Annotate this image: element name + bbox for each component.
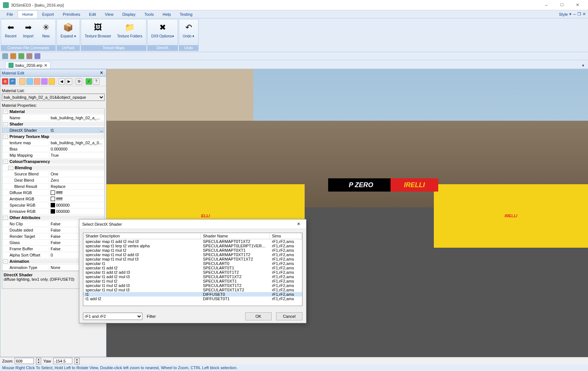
- property-value[interactable]: 000000: [49, 209, 104, 214]
- quick-tool-icon[interactable]: [2, 53, 8, 59]
- dx9-options-button[interactable]: ✖DX9 Options▾: [149, 21, 177, 44]
- shader-list-row[interactable]: specular map t1 mul t2SPECULARMAPT0XT1rF…: [83, 248, 302, 252]
- toolbar-apply-icon[interactable]: ✓: [86, 78, 92, 85]
- shader-list-row[interactable]: specular t1SPECULART0rF1,rF2,ams: [83, 261, 302, 266]
- quick-tool-icon[interactable]: [10, 53, 16, 59]
- shader-list-row[interactable]: specular map t1 lerp t2 vertex alphaSPEC…: [83, 244, 302, 248]
- ok-button[interactable]: OK: [245, 312, 272, 320]
- property-value[interactable]: One: [49, 172, 104, 176]
- collapse-toggle-icon[interactable]: −: [8, 166, 13, 170]
- column-header[interactable]: Sims: [270, 233, 302, 239]
- dialog-close-icon[interactable]: ✕: [294, 220, 303, 228]
- property-value[interactable]: ffffff: [49, 190, 104, 195]
- yaw-spinner[interactable]: ▲▼: [75, 358, 80, 364]
- toolbar-help-icon[interactable]: ?: [93, 78, 99, 85]
- panel-header[interactable]: Material Edit ✕: [0, 69, 106, 77]
- toolbar-next-icon[interactable]: ▶: [66, 78, 72, 85]
- tab-overflow-icon[interactable]: ▾: [578, 62, 588, 69]
- new-button[interactable]: ✳New: [37, 21, 54, 44]
- property-row[interactable]: Specular RGB000000: [2, 202, 104, 208]
- toolbar-icon[interactable]: [34, 78, 40, 85]
- inner-restore-icon[interactable]: ❐: [577, 12, 581, 17]
- property-value[interactable]: True: [49, 153, 104, 157]
- quick-tool-icon[interactable]: [35, 53, 40, 59]
- menu-item-edit[interactable]: Edit: [85, 10, 101, 18]
- style-dropdown-icon[interactable]: ▾: [569, 12, 571, 17]
- toolbar-delete-icon[interactable]: ⊘: [2, 78, 8, 85]
- recent-button[interactable]: ⬅Recent: [2, 21, 19, 44]
- property-row[interactable]: Namebak_building_high_02_a_...: [2, 115, 104, 121]
- toolbar-undo-icon[interactable]: ↶: [9, 78, 16, 85]
- property-row[interactable]: Source BlendOne: [2, 171, 104, 177]
- shader-list-row[interactable]: specular t1 add t2 add t3SPECULART0T1T2r…: [83, 270, 302, 274]
- collapse-toggle-icon[interactable]: −: [3, 259, 8, 263]
- shader-list-row[interactable]: specular t1 add t2SPECULART0T1rF1,rF2,am…: [83, 266, 302, 270]
- property-row[interactable]: −Blending: [2, 165, 104, 171]
- property-value[interactable]: Zero: [49, 178, 104, 182]
- column-header[interactable]: Shader Name: [201, 233, 270, 239]
- style-menu[interactable]: Style: [559, 12, 568, 17]
- quick-tool-icon[interactable]: [26, 53, 32, 59]
- shader-list-row[interactable]: specular t1 mul t2SPECULART0XT1rF1,rF2,a…: [83, 279, 302, 283]
- property-row[interactable]: −Primary Texture Map: [2, 134, 104, 140]
- property-row[interactable]: DirectX Shadert1...: [2, 127, 104, 134]
- shader-list[interactable]: Shader Description Shader Name Sims spec…: [83, 233, 302, 306]
- close-button[interactable]: ✕: [570, 1, 585, 10]
- yaw-input[interactable]: [53, 358, 72, 364]
- property-row[interactable]: Mip MappingTrue: [2, 152, 104, 159]
- undo-button[interactable]: ↶Undo ▾: [180, 21, 197, 44]
- collapse-toggle-icon[interactable]: −: [3, 160, 8, 164]
- property-value[interactable]: 0.000000: [49, 147, 104, 151]
- shader-list-row[interactable]: specular t1 mul t2 add t3SPECULART0XT1T2…: [83, 283, 302, 288]
- property-row[interactable]: −Shader: [2, 121, 104, 127]
- property-row[interactable]: texture mapbak_building_high_02_a_0...: [2, 140, 104, 146]
- property-row[interactable]: −Material: [2, 109, 104, 115]
- property-row[interactable]: Bias0.000000: [2, 146, 104, 152]
- menu-item-export[interactable]: Export: [38, 10, 58, 18]
- quick-tool-icon[interactable]: [18, 53, 24, 59]
- filter-select[interactable]: rF1 and rF2: [83, 313, 142, 320]
- shader-list-row[interactable]: specular t1 mul t2 mul t3SPECULART0XT1XT…: [83, 288, 302, 292]
- shader-list-row[interactable]: specular map t1 mul t2 mul t3SPECULARMAP…: [83, 257, 302, 261]
- menu-item-tools[interactable]: Tools: [140, 10, 158, 18]
- shader-list-row[interactable]: t1DIFFUSET0rF1,rF2,ams: [83, 292, 302, 297]
- property-row[interactable]: Diffuse RGBffffff: [2, 190, 104, 196]
- shader-list-header[interactable]: Shader Description Shader Name Sims: [83, 233, 302, 239]
- shader-list-row[interactable]: specular map t1 add t2 mul t3SPECULARMAP…: [83, 239, 302, 244]
- zoom-input[interactable]: [15, 358, 34, 364]
- property-row[interactable]: −Colour/Transparency: [2, 159, 104, 165]
- menu-item-help[interactable]: Help: [158, 10, 175, 18]
- menu-item-display[interactable]: Display: [118, 10, 140, 18]
- property-value[interactable]: t1: [49, 128, 98, 132]
- menu-item-testing[interactable]: Testing: [175, 10, 197, 18]
- zoom-spinner[interactable]: ▲▼: [36, 358, 41, 364]
- toolbar-prev-icon[interactable]: ◀: [58, 78, 65, 85]
- property-row[interactable]: Blend ResultReplace: [2, 183, 104, 190]
- property-value[interactable]: bak_building_high_02_a_0...: [49, 141, 104, 145]
- minimize-button[interactable]: ─: [539, 1, 554, 10]
- menu-item-view[interactable]: View: [101, 10, 118, 18]
- property-value[interactable]: bak_building_high_02_a_...: [49, 116, 104, 120]
- toolbar-icon[interactable]: [19, 78, 26, 85]
- file-tab-close-icon[interactable]: ✕: [44, 63, 47, 68]
- toolbar-gear-icon[interactable]: ⚙: [76, 78, 82, 85]
- collapse-toggle-icon[interactable]: −: [3, 135, 8, 139]
- collapse-toggle-icon[interactable]: −: [3, 216, 8, 220]
- maximize-button[interactable]: ☐: [554, 1, 570, 10]
- collapse-toggle-icon[interactable]: −: [3, 110, 8, 114]
- inner-minimize-icon[interactable]: ─: [573, 12, 576, 17]
- file-tab[interactable]: baku_2016.erp ✕: [5, 62, 51, 69]
- property-value[interactable]: ffffff: [49, 197, 104, 201]
- panel-close-icon[interactable]: ✕: [98, 70, 105, 75]
- property-row[interactable]: Emissive RGB000000: [2, 208, 104, 215]
- property-value[interactable]: Replace: [49, 184, 104, 189]
- import-button[interactable]: ➡Import: [20, 21, 37, 44]
- shader-list-row[interactable]: specular t1 add t2 mul t3SPECULART0T1XT2…: [83, 274, 302, 279]
- property-value[interactable]: 000000: [49, 203, 104, 207]
- cancel-button[interactable]: Cancel: [276, 312, 302, 320]
- inner-close-icon[interactable]: ✕: [582, 12, 586, 17]
- texture-browser-button[interactable]: 🖼Texture Browser: [82, 21, 114, 44]
- menu-item-home[interactable]: Home: [18, 10, 38, 18]
- toolbar-icon[interactable]: [41, 78, 48, 85]
- shader-list-row[interactable]: t1 add t2DIFFUSET0T1rF1,rF2,ams: [83, 297, 302, 301]
